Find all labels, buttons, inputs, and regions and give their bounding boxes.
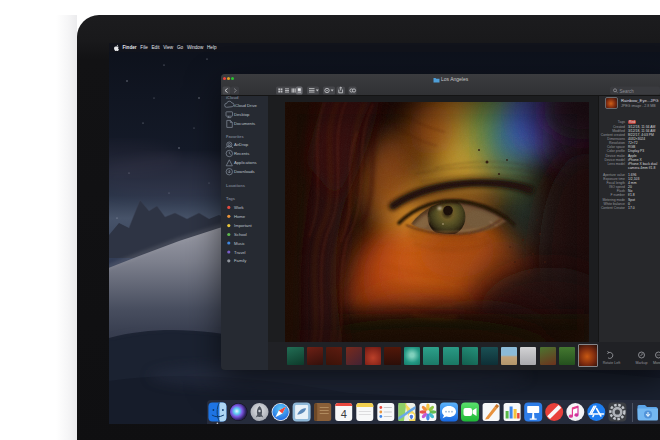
svg-text:More...: More...	[652, 361, 660, 365]
svg-text:Markup: Markup	[635, 361, 647, 365]
svg-text:Search: Search	[620, 89, 635, 94]
svg-text:Rotate Left: Rotate Left	[602, 361, 620, 365]
svg-text:4: 4	[341, 408, 347, 420]
